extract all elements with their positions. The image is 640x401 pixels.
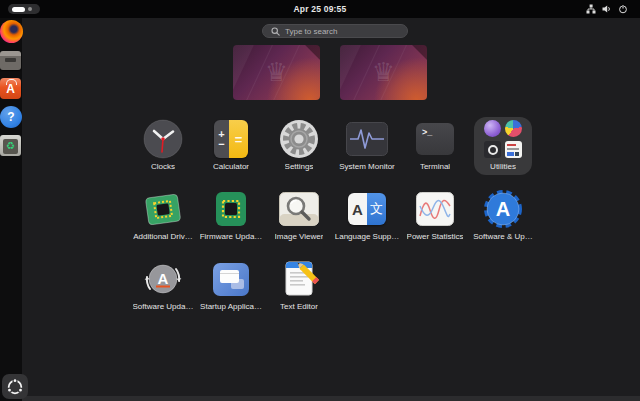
svg-text:A: A bbox=[496, 198, 510, 220]
app-label: Image Viewer bbox=[275, 232, 324, 241]
disk-usage-pie-icon bbox=[505, 120, 522, 137]
app-startup-applications[interactable]: Startup Applica… bbox=[197, 259, 265, 315]
app-label: Firmware Upda… bbox=[200, 232, 263, 241]
app-system-monitor[interactable]: System Monitor bbox=[333, 119, 401, 175]
app-label: Software Upda… bbox=[133, 302, 194, 311]
character-map-icon bbox=[505, 141, 522, 158]
app-label: Utilities bbox=[490, 162, 516, 171]
app-software-and-updates[interactable]: A Software & Up… bbox=[469, 189, 537, 245]
app-settings[interactable]: Settings bbox=[265, 119, 333, 175]
desktop-edge bbox=[22, 396, 640, 401]
settings-gear-icon bbox=[279, 119, 319, 159]
trash-icon: ♻ bbox=[0, 135, 21, 156]
clocks-icon bbox=[143, 119, 183, 159]
software-updates-gear-icon: A bbox=[483, 189, 523, 229]
app-language-support[interactable]: A 文 Language Supp… bbox=[333, 189, 401, 245]
calculator-icon: +− = bbox=[214, 120, 248, 158]
app-grid: Clocks +− = Calculator bbox=[129, 119, 539, 329]
app-terminal[interactable]: >_ Terminal bbox=[401, 119, 469, 175]
disks-icon bbox=[484, 141, 501, 158]
app-label: Calculator bbox=[213, 162, 249, 171]
language-support-icon: A 文 bbox=[348, 193, 386, 225]
dock-item-trash[interactable]: ♻ bbox=[0, 134, 24, 158]
app-label: Settings bbox=[285, 162, 314, 171]
network-icon bbox=[586, 4, 596, 14]
app-clocks[interactable]: Clocks bbox=[129, 119, 197, 175]
app-software-updater[interactable]: A Software Upda… bbox=[129, 259, 197, 315]
additional-drivers-icon bbox=[143, 189, 183, 229]
help-icon: ? bbox=[0, 106, 22, 128]
gnome-activities-overview: Apr 25 09:55 A ? bbox=[0, 0, 640, 401]
search-placeholder: Type to search bbox=[285, 27, 337, 36]
app-grid-row-1: Clocks +− = Calculator bbox=[129, 119, 539, 175]
workspace-pill-dot bbox=[28, 7, 32, 11]
app-folder-utilities[interactable]: Utilities bbox=[469, 119, 537, 175]
power-icon bbox=[618, 4, 628, 14]
wallpaper-emblem: ♛ bbox=[265, 56, 288, 86]
ubuntu-logo-icon bbox=[2, 374, 28, 400]
system-status-area[interactable] bbox=[582, 2, 632, 16]
app-label: Additional Driv… bbox=[133, 232, 193, 241]
app-label: Language Supp… bbox=[335, 232, 400, 241]
power-statistics-icon bbox=[416, 192, 454, 226]
image-viewer-icon bbox=[279, 192, 319, 226]
clock-date[interactable]: Apr 25 09:55 bbox=[286, 2, 355, 16]
files-icon bbox=[0, 51, 21, 70]
app-label: Power Statistics bbox=[407, 232, 464, 241]
app-text-editor[interactable]: Text Editor bbox=[265, 259, 333, 315]
search-icon bbox=[271, 27, 280, 36]
firefox-icon bbox=[0, 20, 23, 43]
startup-applications-icon bbox=[213, 263, 249, 296]
workspace-thumbnail-2[interactable]: ♛ bbox=[340, 45, 427, 100]
app-firmware-updater[interactable]: Firmware Upda… bbox=[197, 189, 265, 245]
app-label: Clocks bbox=[151, 162, 175, 171]
text-editor-icon bbox=[279, 260, 319, 298]
dock-item-firefox[interactable] bbox=[0, 20, 24, 44]
show-applications-button[interactable] bbox=[2, 374, 28, 399]
app-power-statistics[interactable]: Power Statistics bbox=[401, 189, 469, 245]
terminal-icon: >_ bbox=[416, 123, 454, 155]
app-grid-row-3: A Software Upda… S bbox=[129, 259, 539, 315]
app-label: Terminal bbox=[420, 162, 450, 171]
app-label: System Monitor bbox=[339, 162, 395, 171]
top-bar: Apr 25 09:55 bbox=[0, 0, 640, 18]
software-updater-icon: A bbox=[143, 259, 183, 299]
dock-item-help[interactable]: ? bbox=[0, 106, 24, 130]
dock-item-files[interactable] bbox=[0, 49, 24, 73]
app-calculator[interactable]: +− = Calculator bbox=[197, 119, 265, 175]
firmware-updater-icon bbox=[211, 189, 251, 229]
app-label: Software & Up… bbox=[473, 232, 533, 241]
volume-icon bbox=[602, 4, 612, 14]
activities-workspace-indicator[interactable] bbox=[8, 4, 40, 14]
search-bar[interactable]: Type to search bbox=[262, 24, 408, 38]
workspace-pill-active bbox=[12, 7, 25, 12]
dash-strip bbox=[0, 18, 22, 401]
tweaks-sphere-icon bbox=[484, 120, 501, 137]
dock-item-ubuntu-software[interactable]: A bbox=[0, 77, 24, 101]
ubuntu-software-icon: A bbox=[0, 78, 21, 99]
app-grid-row-2: Additional Driv… Firmware Upda… bbox=[129, 189, 539, 245]
app-label: Text Editor bbox=[280, 302, 318, 311]
workspace-thumbnail-1[interactable]: ♛ bbox=[233, 45, 320, 100]
app-label: Startup Applica… bbox=[200, 302, 262, 311]
utilities-folder-icon bbox=[484, 120, 522, 158]
wallpaper-emblem: ♛ bbox=[372, 56, 395, 86]
system-monitor-icon bbox=[346, 122, 388, 156]
app-additional-drivers[interactable]: Additional Driv… bbox=[129, 189, 197, 245]
svg-text:A: A bbox=[158, 270, 169, 287]
app-image-viewer[interactable]: Image Viewer bbox=[265, 189, 333, 245]
